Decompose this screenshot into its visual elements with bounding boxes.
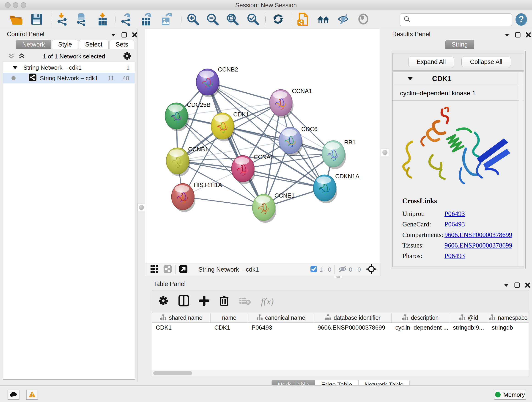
float-table-icon[interactable] (514, 282, 520, 289)
node-RB1[interactable]: RB1 (322, 139, 356, 169)
tab-sets[interactable]: Sets (109, 40, 134, 49)
close-table-icon[interactable] (525, 282, 530, 289)
delete-table-icon (239, 296, 251, 306)
crosslink-label: Pharos: (402, 252, 444, 260)
save-session-icon[interactable] (30, 12, 43, 26)
collection-expander-icon[interactable] (12, 64, 18, 71)
node-CCNA1[interactable]: CCNA1 (270, 88, 312, 118)
collapse-panel-icon[interactable] (110, 32, 116, 38)
network-label: String Network – cdk1 (40, 75, 98, 82)
collapse-all-button[interactable]: Collapse All (462, 57, 511, 67)
column-header-description[interactable]: description (392, 313, 449, 322)
edge-CCNB2-CCNE1[interactable] (208, 82, 264, 207)
cloud-status-button[interactable] (7, 390, 19, 400)
node-CDKN1A[interactable]: CDKN1A (313, 173, 360, 203)
node-CCNE1[interactable]: CCNE1 (253, 192, 295, 223)
cytoscape-window: Session: New Session ? Control Panel Net… (0, 0, 532, 402)
float-panel-icon[interactable] (121, 32, 127, 38)
node-CDK1[interactable]: CDK1 (211, 111, 249, 141)
import-network-file-icon[interactable] (56, 12, 69, 26)
delete-column-icon[interactable] (219, 295, 229, 307)
network-row[interactable]: String Network – cdk1 11 48 (3, 73, 135, 83)
tab-style[interactable]: Style (52, 40, 78, 49)
expand-all-button[interactable]: Expand All (408, 57, 454, 67)
zoom-in-icon[interactable] (186, 12, 199, 26)
toolbar-separator (181, 12, 181, 26)
collapse-results-icon[interactable] (504, 32, 510, 38)
main-toolbar: ? (0, 10, 532, 28)
node-CCNB1[interactable]: CCNB1 (166, 146, 208, 176)
column-header--id[interactable]: @id (449, 313, 488, 322)
table-cell: CDK1 (152, 323, 210, 333)
tab-string[interactable]: String (445, 40, 474, 49)
column-header-namespace[interactable]: namespace (488, 313, 529, 322)
table-cell: stringdb:9... (449, 323, 488, 333)
network-collection-row[interactable]: String Network – cdk1 1 (3, 62, 135, 73)
selected-node-edge-counts: 1 - 0 (319, 266, 331, 273)
help-button[interactable]: ? (515, 13, 527, 26)
string-badge-gray-icon[interactable] (163, 265, 172, 274)
table-cell: stringdb (488, 323, 529, 333)
string-import-icon[interactable] (297, 12, 310, 26)
warning-status-button[interactable] (26, 390, 38, 400)
table-options-gear-icon[interactable] (158, 296, 168, 307)
search-input[interactable] (411, 16, 507, 23)
toolbar-separator (265, 12, 266, 26)
node-HIST1H1A[interactable]: HIST1H1A (172, 182, 222, 212)
import-table-icon[interactable] (96, 12, 109, 26)
expand-all-tree-icon[interactable] (19, 52, 25, 60)
fit-selected-crosshair-icon[interactable] (366, 264, 376, 275)
node-CDC25B[interactable]: CDC25B (165, 101, 210, 131)
network-column-icon (160, 314, 167, 322)
selected-checkbox-icon[interactable] (310, 266, 317, 274)
network-options-gear-icon[interactable] (123, 52, 131, 61)
tab-network[interactable]: Network (16, 40, 51, 49)
zoom-out-icon[interactable] (206, 12, 219, 26)
tab-select[interactable]: Select (79, 40, 109, 49)
home-icon[interactable] (317, 12, 330, 26)
gene-expander-icon[interactable] (407, 76, 413, 82)
close-results-icon[interactable] (526, 32, 531, 38)
node-CCNA2[interactable]: CCNA2 (232, 153, 274, 184)
crosslink-value-link[interactable]: 9606.ENSP00000378699 (444, 231, 512, 239)
export-network-icon[interactable] (119, 12, 133, 26)
show-columns-icon[interactable] (178, 295, 189, 307)
refresh-icon[interactable] (271, 12, 285, 26)
inactive-eye-icon[interactable] (357, 12, 370, 26)
crosslink-value-link[interactable]: P06493 (444, 252, 465, 260)
zoom-fit-icon[interactable] (226, 12, 239, 26)
open-in-window-icon[interactable] (179, 264, 188, 274)
crosslink-label: Compartments: (402, 231, 444, 239)
column-header-shared-name[interactable]: shared name (152, 313, 210, 322)
hide-glasses-icon[interactable] (337, 12, 350, 26)
memory-button[interactable]: Memory (494, 390, 526, 400)
right-splitter-handle[interactable] (381, 148, 389, 156)
search-box[interactable] (399, 13, 512, 26)
crosslink-value-link[interactable]: 9606.ENSP00000378699 (444, 242, 512, 249)
crosslink-value-link[interactable]: P06493 (444, 210, 465, 217)
collapse-all-tree-icon[interactable] (8, 52, 14, 60)
zoom-selected-icon[interactable] (246, 12, 259, 26)
float-results-icon[interactable] (515, 32, 520, 38)
node-CCNB2[interactable]: CCNB2 (196, 66, 238, 97)
birds-eye-view-icon[interactable] (150, 265, 159, 274)
hidden-eye-icon[interactable] (338, 265, 347, 274)
node-label-CCNA1: CCNA1 (292, 88, 312, 95)
collapse-table-icon[interactable] (503, 283, 509, 288)
export-table-icon[interactable] (139, 12, 153, 26)
export-image-icon[interactable] (159, 12, 173, 26)
results-vertical-scrollbar[interactable] (519, 72, 523, 267)
open-session-icon[interactable] (9, 12, 22, 26)
node-CDC6[interactable]: CDC6 (279, 126, 317, 156)
column-header-database-identifier[interactable]: database identifier (314, 313, 392, 322)
column-header-name[interactable]: name (210, 313, 248, 322)
column-header-canonical-name[interactable]: canonical name (248, 313, 314, 322)
network-canvas[interactable]: CCNB2CCNA1CDC25BCDK1CDC6RB1CCNB1CCNA2CDK… (145, 29, 381, 263)
import-network-database-icon[interactable] (75, 12, 88, 26)
table-horizontal-scrollbar[interactable] (152, 370, 529, 376)
create-column-icon[interactable] (199, 296, 209, 307)
left-splitter-handle[interactable] (138, 204, 145, 211)
crosslink-value-link[interactable]: P06493 (444, 220, 465, 228)
table-row[interactable]: CDK1CDK1P064939606.ENSP00000378699cyclin… (152, 323, 529, 333)
close-panel-icon[interactable] (132, 32, 138, 38)
